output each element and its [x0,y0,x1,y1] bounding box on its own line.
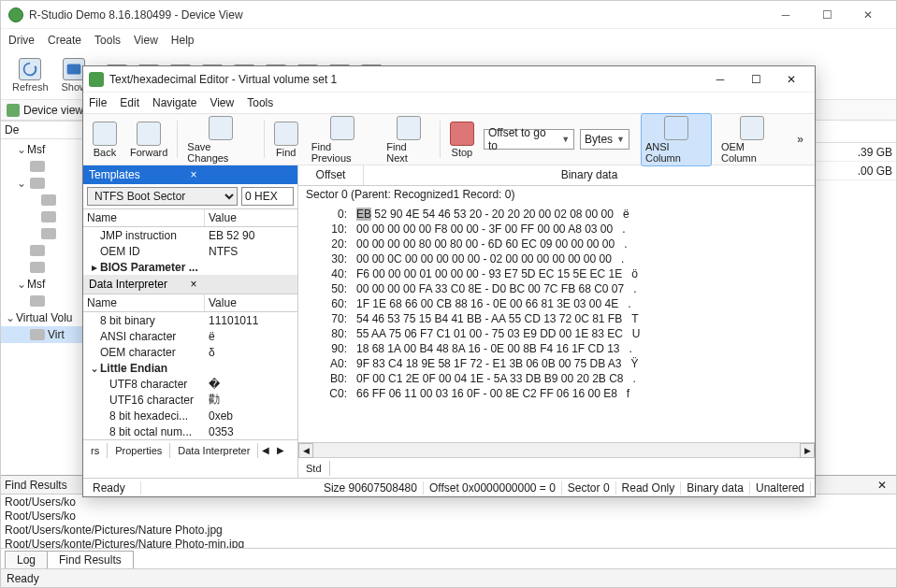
main-titlebar: R-Studio Demo 8.16.180499 - Device View … [1,1,896,29]
hex-row[interactable]: 90:18 68 1A 00 B4 48 8A 16 - 0E 00 8B F4… [306,341,807,356]
hex-close-button[interactable]: ✕ [774,67,809,92]
hex-row[interactable]: C0:66 FF 06 11 00 03 16 0F - 00 8E C2 FF… [306,386,807,401]
find-result-line[interactable]: Root/Users/konte/Pictures/Nature Photo.j… [5,523,892,538]
offset-select[interactable]: Offset to go to▼ [484,129,574,150]
hex-horizontal-scrollbar[interactable]: ◀ ▶ [298,442,815,457]
hex-row[interactable]: 50:00 00 00 00 FA 33 C0 8E - D0 BC 00 7C… [306,281,807,296]
stop-button[interactable]: Stop [446,120,478,160]
templates-close-icon[interactable]: × [187,168,293,181]
tab-log[interactable]: Log [5,551,48,568]
data-interpreter-title: Data Interpreter× [83,275,297,294]
hex-menu-navigate[interactable]: Navigate [152,96,196,109]
interpreter-row[interactable]: 8 bit binary11101011 [83,312,297,328]
scroll-left-icon[interactable]: ◀ [298,443,313,458]
hex-menu-file[interactable]: File [89,96,107,109]
hex-row[interactable]: 40:F6 00 00 00 01 00 00 00 - 93 E7 5D EC… [306,266,807,281]
offset-column-header: Offset [298,165,364,185]
hex-row[interactable]: B0:0F 00 C1 2E 0F 00 04 1E - 5A 33 DB B9… [306,371,807,386]
save-changes-button[interactable]: Save Changes [183,114,257,165]
interpreter-close-icon[interactable]: × [187,278,293,291]
left-tab-data-interpreter[interactable]: Data Interpreter [170,443,258,458]
hex-maximize-button[interactable]: ☐ [738,67,774,92]
interpreter-row[interactable]: UTF16 character勸 [83,392,297,408]
template-row[interactable]: OEM IDNTFS [83,243,297,259]
svg-rect-0 [67,65,81,75]
interpreter-row[interactable]: OEM characterδ [83,344,297,360]
hex-app-icon [89,72,104,87]
left-tabs-next-icon[interactable]: ▶ [273,445,288,455]
unit-select[interactable]: Bytes▼ [580,129,629,150]
hex-toolbar: Back Forward Save Changes Find Find Prev… [83,113,815,165]
hex-menu-view[interactable]: View [210,96,234,109]
main-statusbar: Ready [1,568,896,587]
menu-tools[interactable]: Tools [94,34,121,47]
interpreter-row[interactable]: UTF8 character� [83,376,297,392]
device-view-icon [7,104,20,117]
binary-column-header: Binary data [364,165,815,185]
little-endian-expand[interactable]: ⌄Little Endian [83,360,297,376]
find-result-line[interactable]: Root/Users/ko [5,495,892,509]
hex-menu-tools[interactable]: Tools [247,96,273,109]
template-row[interactable]: JMP instructionEB 52 90 [83,227,297,243]
hex-row[interactable]: 10:00 00 00 00 00 F8 00 00 - 3F 00 FF 00… [306,222,807,237]
menu-help[interactable]: Help [171,34,195,47]
menu-create[interactable]: Create [48,34,81,47]
menu-drive[interactable]: Drive [8,34,35,47]
oem-column-button[interactable]: OEM Column [717,114,786,165]
hex-titlebar: Text/hexadecimal Editor - Virtual volume… [83,66,815,93]
hex-menu-edit[interactable]: Edit [120,96,139,109]
app-icon [8,7,23,22]
bios-parameter-expand[interactable]: ▸BIOS Parameter ... [83,259,297,275]
main-window-title: R-Studio Demo 8.16.180499 - Device View [29,8,765,22]
toolbar-overflow-icon[interactable]: » [791,133,809,146]
hex-row[interactable]: 30:00 00 0C 00 00 00 00 00 - 02 00 00 00… [306,251,807,266]
ansi-column-button[interactable]: ANSI Column [641,113,712,166]
find-result-line[interactable]: Root/Users/konte/Pictures/Nature Photo-m… [5,538,892,548]
left-tab-rs[interactable]: rs [83,443,108,458]
hex-tab-std[interactable]: Std [298,461,330,476]
scroll-right-icon[interactable]: ▶ [800,443,815,458]
main-close-button[interactable]: ✕ [847,2,889,28]
find-results-body[interactable]: Root/Users/koRoot/Users/koRoot/Users/kon… [1,495,896,548]
main-maximize-button[interactable]: ☐ [806,2,847,28]
find-results-close-icon[interactable]: ✕ [872,479,892,492]
hex-row[interactable]: 80:55 AA 75 06 F7 C1 01 00 - 75 03 E9 DD… [306,326,807,341]
left-tab-properties[interactable]: Properties [108,443,170,458]
left-tabs-prev-icon[interactable]: ◀ [258,445,273,455]
back-button[interactable]: Back [89,120,121,160]
interpreter-row[interactable]: 8 bit octal num...0353 [83,423,297,439]
template-offset-input[interactable] [241,187,294,206]
find-previous-button[interactable]: Find Previous [308,114,378,165]
hex-editor-window: Text/hexadecimal Editor - Virtual volume… [82,65,816,497]
hex-row[interactable]: 20:00 00 00 00 80 00 80 00 - 6D 60 EC 09… [306,237,807,251]
find-next-button[interactable]: Find Next [383,114,434,165]
hex-row[interactable]: A0:9F 83 C4 18 9E 58 1F 72 - E1 3B 06 0B… [306,356,807,371]
interpreter-row[interactable]: ANSI characterë [83,328,297,344]
hex-row[interactable]: 70:54 46 53 75 15 B4 41 BB - AA 55 CD 13… [306,311,807,326]
find-result-line[interactable]: Root/Users/ko [5,509,892,523]
find-button[interactable]: Find [270,120,302,160]
interpreter-row[interactable]: 8 bit hexadeci...0xeb [83,408,297,423]
menu-view[interactable]: View [134,34,158,47]
main-menubar: Drive Create Tools View Help [1,29,896,51]
forward-button[interactable]: Forward [126,120,171,160]
hex-minimize-button[interactable]: ─ [702,67,738,92]
hex-menubar: File Edit Navigate View Tools [83,93,815,113]
template-select[interactable]: NTFS Boot Sector [87,187,238,206]
hex-row[interactable]: 0:EB 52 90 4E 54 46 53 20 - 20 20 20 00 … [306,207,807,222]
hex-statusbar: Ready Size 90607508480 Offset 0x00000000… [83,478,815,496]
main-minimize-button[interactable]: ─ [765,2,806,28]
templates-panel-title: Templates× [83,165,297,184]
hex-row[interactable]: 60:1F 1E 68 66 00 CB 88 16 - 0E 00 66 81… [306,296,807,311]
refresh-button[interactable]: Refresh [8,56,52,94]
tab-find-results[interactable]: Find Results [47,551,134,568]
hex-dump[interactable]: 0:EB 52 90 4E 54 46 53 20 - 20 20 20 00 … [298,203,815,442]
sector-label: Sector 0 (Parent: Recognized1 Record: 0) [298,186,815,203]
